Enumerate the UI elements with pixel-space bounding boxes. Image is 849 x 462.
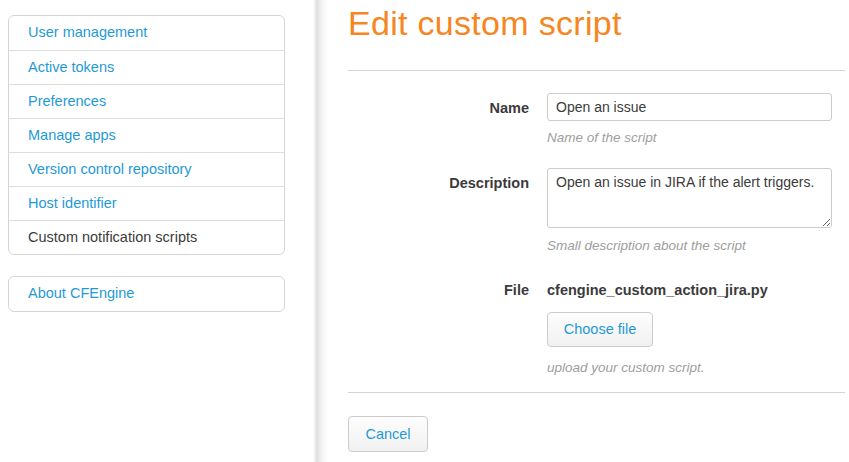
settings-sidebar: User management Active tokens Preference… <box>8 15 285 312</box>
name-help-text: Name of the script <box>547 130 657 145</box>
settings-menu: User management Active tokens Preference… <box>8 15 285 255</box>
sidebar-item-version-control-repository[interactable]: Version control repository <box>9 152 284 186</box>
sidebar-item-about-cfengine[interactable]: About CFEngine <box>9 277 284 311</box>
bottom-divider <box>348 392 845 393</box>
description-help-text: Small description about the script <box>547 238 746 253</box>
settings-page: User management Active tokens Preference… <box>0 0 849 462</box>
file-help-text: upload your custom script. <box>547 360 705 375</box>
choose-file-button[interactable]: Choose file <box>547 312 653 347</box>
sidebar-item-active-tokens[interactable]: Active tokens <box>9 50 284 84</box>
name-label: Name <box>348 100 529 116</box>
top-divider <box>348 70 845 71</box>
sidebar-item-custom-notification-scripts[interactable]: Custom notification scripts <box>9 220 284 254</box>
sidebar-item-manage-apps[interactable]: Manage apps <box>9 118 284 152</box>
vertical-divider <box>313 0 328 462</box>
file-label: File <box>348 282 529 298</box>
about-menu: About CFEngine <box>8 276 285 312</box>
sidebar-item-preferences[interactable]: Preferences <box>9 84 284 118</box>
uploaded-filename: cfengine_custom_action_jira.py <box>547 282 768 298</box>
description-textarea[interactable]: Open an issue in JIRA if the alert trigg… <box>547 168 832 228</box>
cancel-button[interactable]: Cancel <box>348 416 428 452</box>
name-input[interactable] <box>547 93 832 121</box>
sidebar-item-host-identifier[interactable]: Host identifier <box>9 186 284 220</box>
description-label: Description <box>348 175 529 191</box>
edit-custom-script-panel: Edit custom script Name Name of the scri… <box>348 0 845 462</box>
page-title: Edit custom script <box>348 4 622 43</box>
sidebar-item-user-management[interactable]: User management <box>9 16 284 50</box>
